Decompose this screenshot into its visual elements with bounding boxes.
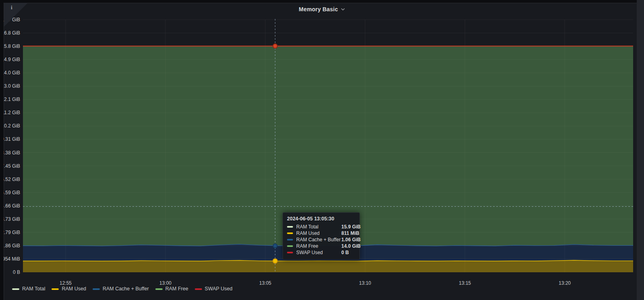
panel-title[interactable]: Memory Basic — [299, 6, 338, 12]
tooltip-rows: RAM Total15.9 GiBRAM Used811 MiBRAM Cach… — [287, 224, 355, 256]
x-axis-label: 12:55 — [60, 280, 72, 286]
tooltip-series-swatch — [287, 226, 293, 228]
tooltip-series-swatch — [287, 245, 293, 247]
tooltip-row: RAM Total15.9 GiB — [287, 224, 355, 230]
tooltip-row: RAM Free14.0 GiB — [287, 243, 355, 249]
tooltip-row: RAM Used811 MiB — [287, 230, 355, 236]
legend-swatch — [12, 288, 19, 290]
legend-label: SWAP Used — [205, 286, 233, 292]
tooltip-series-label: RAM Used — [296, 230, 341, 236]
tooltip-series-label: RAM Total — [296, 224, 341, 230]
legend-item-ram-total[interactable]: RAM Total — [12, 286, 45, 292]
dashboard-background: 17.7 GiB16.8 GiB15.8 GiB14.9 GiB14.0 GiB… — [0, 0, 644, 300]
tooltip-series-value: 0 B — [341, 250, 349, 255]
legend-item-swap-used[interactable]: SWAP Used — [195, 286, 233, 292]
legend-item-ram-used[interactable]: RAM Used — [52, 286, 86, 292]
legend-label: RAM Total — [22, 286, 45, 292]
tooltip-series-value: 15.9 GiB — [341, 224, 361, 230]
tooltip-series-label: SWAP Used — [296, 250, 341, 255]
tooltip-series-value: 14.0 GiB — [341, 243, 361, 249]
tooltip-series-label: RAM Cache + Buffer — [296, 237, 341, 242]
panel-header[interactable]: Memory Basic — [0, 3, 644, 15]
x-axis-label: 13:20 — [559, 280, 571, 286]
dashboard-gap-left — [0, 0, 4, 300]
tooltip-series-value: 811 MiB — [341, 230, 359, 236]
legend-label: RAM Used — [62, 286, 86, 292]
x-axis-label: 13:05 — [259, 280, 271, 286]
tooltip-series-label: RAM Free — [296, 243, 341, 249]
x-axis-label: 13:15 — [459, 280, 471, 286]
legend-swatch — [195, 288, 202, 290]
tooltip-series-swatch — [287, 232, 293, 234]
chart-tooltip: 2024-06-05 13:05:30 RAM Total15.9 GiBRAM… — [283, 212, 360, 260]
legend-label: RAM Free — [165, 286, 188, 292]
legend-swatch — [93, 288, 100, 290]
legend-swatch — [155, 288, 163, 290]
tooltip-series-value: 1.06 GiB — [341, 237, 361, 242]
dashboard-gap-right — [637, 0, 644, 300]
tooltip-series-swatch — [287, 252, 293, 253]
legend-swatch — [52, 288, 59, 290]
tooltip-row: RAM Cache + Buffer1.06 GiB — [287, 236, 355, 243]
chevron-down-icon[interactable] — [341, 7, 345, 12]
x-axis-label: 13:00 — [159, 280, 171, 286]
legend-label: RAM Cache + Buffer — [103, 286, 149, 292]
tooltip-series-swatch — [287, 239, 293, 240]
tooltip-row: SWAP Used0 B — [287, 249, 355, 256]
panel-border — [4, 3, 4, 300]
tooltip-timestamp: 2024-06-05 13:05:30 — [287, 216, 355, 222]
memory-basic-panel: 17.7 GiB16.8 GiB15.8 GiB14.9 GiB14.0 GiB… — [0, 0, 644, 300]
dashboard-gap-top — [0, 0, 644, 3]
legend: RAM TotalRAM UsedRAM Cache + BufferRAM F… — [12, 286, 239, 292]
legend-item-ram-cache-buffer[interactable]: RAM Cache + Buffer — [93, 286, 149, 292]
legend-item-ram-free[interactable]: RAM Free — [155, 286, 188, 292]
x-axis-label: 13:10 — [359, 280, 371, 286]
